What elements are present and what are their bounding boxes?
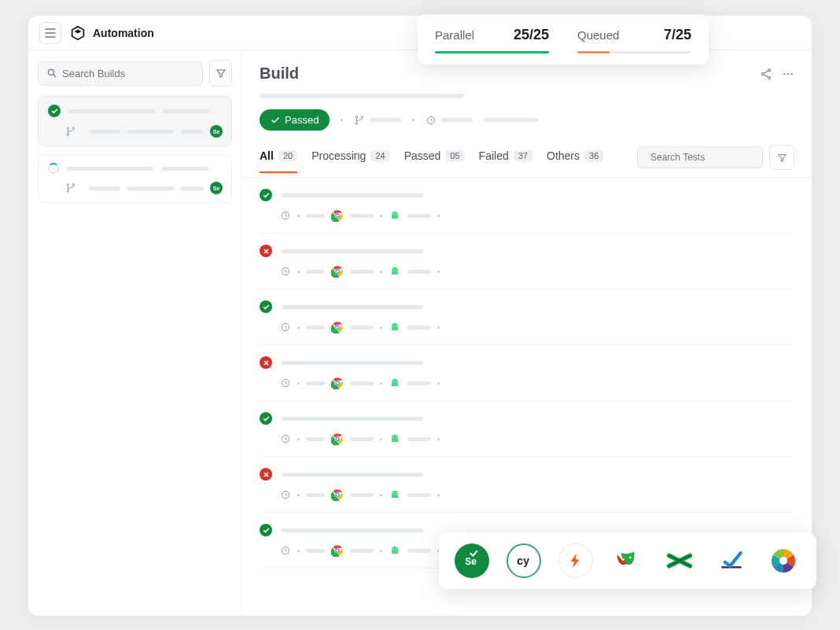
chrome-icon [331,377,344,389]
test-row[interactable] [260,178,794,234]
build-card[interactable]: Se [38,96,232,146]
clock-icon [280,322,291,333]
svg-point-15 [362,116,363,117]
chrome-icon [331,544,344,557]
stat-parallel-value: 25/25 [514,27,549,43]
build-meta-time [426,115,473,126]
test-row[interactable] [260,401,794,457]
svg-point-28 [336,270,338,272]
android-icon [389,377,401,389]
svg-point-58 [392,492,393,493]
svg-point-3 [72,127,74,129]
builds-search-row [38,60,232,87]
build-title-actions [760,68,794,80]
clock-icon [280,210,291,221]
tab-label: Passed [404,149,441,162]
test-row[interactable] [260,289,794,345]
tool-colorwheel[interactable] [766,543,801,578]
app-window: Automation [28,16,812,616]
tab-passed[interactable]: Passed05 [404,149,465,173]
svg-point-7 [762,72,764,75]
builds-search-input[interactable] [62,68,194,79]
android-icon [389,433,401,445]
tab-failed[interactable]: Failed37 [479,149,532,173]
test-row[interactable] [260,234,794,289]
tests-search[interactable] [637,146,763,168]
tool-lightning[interactable] [558,543,593,578]
android-icon [389,544,401,557]
tab-all[interactable]: All20 [260,149,297,173]
hamburger-icon [45,28,56,38]
builds-search[interactable] [38,61,203,86]
build-meta-branch [354,115,401,126]
status-fail-icon [260,468,272,481]
svg-point-71 [779,557,787,565]
branch-icon [354,115,365,126]
tab-others[interactable]: Others36 [547,149,603,173]
menu-button[interactable] [39,22,61,44]
svg-point-4 [67,184,68,186]
chrome-icon [331,265,344,278]
svg-point-5 [67,190,68,192]
clock-icon [280,433,291,444]
build-status-pill: Passed [260,109,330,131]
builds-filter-button[interactable] [209,60,232,87]
build-card[interactable]: Se [38,154,232,203]
selenium-badge-icon: Se [210,125,223,138]
app-logo: Automation [69,24,154,42]
more-icon[interactable] [782,68,794,80]
logo-icon [69,24,87,42]
android-icon [389,488,401,501]
clock-icon [280,378,291,389]
svg-point-45 [396,381,396,381]
svg-point-6 [72,184,74,186]
svg-rect-50 [392,438,398,442]
status-running-icon [48,163,59,174]
share-icon[interactable] [760,68,772,80]
build-meta-extra [484,118,539,122]
search-icon [46,68,57,79]
tab-label: All [260,149,274,162]
filter-icon [216,68,227,79]
svg-point-56 [336,493,338,496]
tool-cypress[interactable]: cy [507,543,541,578]
workspace: Se Se Build [28,50,812,616]
app-title: Automation [93,27,154,39]
svg-point-59 [396,492,396,493]
svg-point-30 [392,269,393,270]
svg-point-42 [336,381,338,384]
tab-processing[interactable]: Processing24 [311,149,390,173]
svg-text:cy: cy [517,554,529,567]
test-row[interactable] [260,457,794,513]
tab-count: 37 [514,150,532,161]
svg-point-70 [629,557,632,559]
stat-queued: Queued 7/25 [577,27,691,53]
status-fail-icon [260,245,272,257]
tests-filter-button[interactable] [769,145,794,170]
clock-icon [280,489,291,500]
tool-playwright[interactable] [610,543,645,578]
test-row[interactable] [260,345,794,401]
chrome-icon [331,488,344,501]
svg-point-44 [392,381,393,381]
filter-icon [777,153,787,163]
stat-parallel: Parallel 25/25 [435,27,549,53]
svg-point-9 [768,76,771,79]
tool-selenium[interactable]: Se [455,543,489,578]
stat-parallel-label: Parallel [435,28,474,42]
svg-point-66 [396,548,396,549]
svg-point-38 [396,325,396,326]
svg-point-65 [392,548,393,549]
svg-point-0 [48,69,53,75]
tab-count: 05 [445,150,464,161]
status-pass-icon [260,412,272,425]
status-fail-icon [260,356,272,369]
tool-cross[interactable] [662,543,697,578]
tool-check[interactable] [714,543,749,578]
tests-search-input[interactable] [650,152,768,163]
svg-point-21 [336,214,338,216]
svg-rect-36 [392,326,398,330]
status-pass-icon [48,105,61,117]
svg-rect-57 [392,494,398,498]
frameworks-tray: Secy [439,532,816,589]
